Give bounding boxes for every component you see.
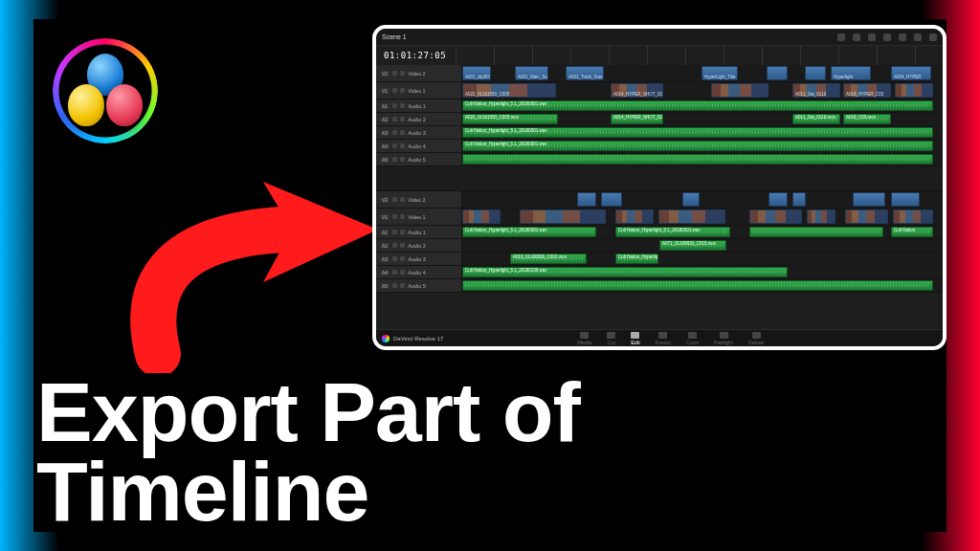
video-clip[interactable]: A011_Sat_0116 bbox=[792, 83, 840, 98]
video-clip[interactable]: HyperLight_Title bbox=[702, 66, 738, 80]
video-clip[interactable] bbox=[792, 192, 806, 207]
video-clip[interactable] bbox=[807, 209, 835, 224]
video-clip[interactable] bbox=[462, 209, 501, 224]
track-header[interactable]: A3Audio 3 bbox=[376, 126, 462, 139]
track-header[interactable]: V2Video 2 bbox=[376, 65, 462, 81]
track-lane[interactable]: A001_clip001A001_Main_SceneA001_Track_Sc… bbox=[462, 65, 943, 81]
track-header[interactable]: A5Audio 5 bbox=[376, 153, 462, 165]
video-clip[interactable] bbox=[891, 192, 920, 207]
timecode-bar: 01:01:27:05 bbox=[376, 46, 943, 65]
track-header[interactable]: A1Audio 1 bbox=[376, 99, 462, 112]
video-clip[interactable] bbox=[577, 192, 596, 207]
track-header[interactable]: A4Audio 4 bbox=[376, 140, 462, 152]
audio-clip[interactable] bbox=[462, 280, 933, 291]
page-tab[interactable]: Edit bbox=[631, 332, 639, 345]
track-header[interactable]: A2Audio 2 bbox=[376, 113, 462, 125]
track-lane[interactable]: Cult Nation_Hyperlight_5.1_20180301.wavC… bbox=[462, 226, 943, 238]
video-clip[interactable] bbox=[805, 66, 826, 80]
track-lane[interactable]: Cult Nation_Hyperlight_5.1_20180301.wav bbox=[462, 140, 943, 152]
audio-clip[interactable]: Cult Nation_Hyperlight_5.1_20180301.wav bbox=[462, 141, 933, 151]
audio-clip[interactable]: Cult Nation_Hyperlight_5.1_20180301.wav bbox=[615, 227, 730, 237]
video-clip[interactable]: A018_HYPER_C03 bbox=[843, 83, 891, 98]
track-header[interactable]: V1Video 1 bbox=[376, 209, 462, 225]
video-clip[interactable] bbox=[749, 209, 802, 224]
video-clip[interactable] bbox=[767, 66, 788, 80]
video-clip[interactable] bbox=[601, 192, 622, 207]
track-lane[interactable] bbox=[462, 153, 943, 165]
video-clip[interactable] bbox=[853, 192, 885, 207]
track-lane[interactable]: A022_01161550_C005A014_HYPER_SHOT_02A011… bbox=[462, 82, 943, 99]
tool-icon[interactable] bbox=[883, 33, 891, 41]
clip-label: A004_HYPER bbox=[894, 75, 922, 79]
timeline-gap bbox=[376, 166, 943, 191]
video-clip[interactable]: A001_Main_Scene bbox=[515, 66, 548, 80]
video-clip[interactable] bbox=[893, 209, 933, 224]
video-clip[interactable] bbox=[658, 209, 725, 224]
video-clip[interactable] bbox=[682, 192, 700, 207]
audio-clip[interactable]: Cult Nation_Hyperlight_5.1_20180139.wav bbox=[462, 267, 788, 277]
toolbar-icons bbox=[837, 33, 937, 41]
scene-label: Scene 1 bbox=[382, 33, 407, 40]
page-tab[interactable]: Color bbox=[686, 332, 699, 345]
video-clip[interactable] bbox=[615, 209, 654, 224]
video-clip[interactable]: A014_HYPER_SHOT_02 bbox=[611, 83, 663, 98]
clip-label: A014_HYPER_SHOT_02.mov bbox=[613, 115, 663, 120]
audio-clip[interactable] bbox=[749, 227, 883, 237]
tool-icon[interactable] bbox=[853, 33, 860, 41]
page-tab[interactable]: Fusion bbox=[656, 332, 672, 345]
video-clip[interactable]: A004_HYPER bbox=[891, 66, 931, 80]
audio-clip[interactable]: A013_01160826_C002.mov bbox=[510, 253, 587, 264]
track-header[interactable]: A4Audio 4 bbox=[376, 266, 462, 278]
track-lane[interactable] bbox=[462, 191, 943, 208]
track-lane[interactable] bbox=[462, 279, 943, 292]
audio-clip[interactable]: Cult Nation_Hyperlight.wav bbox=[615, 253, 658, 264]
track-row: V1Video 1A022_01161550_C005A014_HYPER_SH… bbox=[376, 82, 943, 99]
track-header[interactable]: A5Audio 5 bbox=[376, 279, 462, 292]
video-clip[interactable]: A001_Track_Scene bbox=[566, 66, 604, 80]
video-clip[interactable]: Hyperlight bbox=[831, 66, 871, 80]
page-tab[interactable]: Cut bbox=[607, 332, 615, 345]
audio-clip[interactable]: A011_Sat_0116.mov bbox=[792, 114, 840, 124]
audio-clip[interactable] bbox=[462, 154, 933, 165]
track-lane[interactable]: A022_01161550_C005.movA014_HYPER_SHOT_02… bbox=[462, 113, 943, 125]
audio-clip[interactable]: Cult Nation_Hyperlight_5.1_20180301.wav bbox=[462, 127, 933, 138]
video-clip[interactable]: A001_clip001 bbox=[462, 66, 491, 80]
audio-clip[interactable]: A014_HYPER_SHOT_02.mov bbox=[611, 114, 663, 124]
track-lane[interactable]: Cult Nation_Hyperlight_5.1_20180301.wav bbox=[462, 99, 943, 112]
audio-clip[interactable]: A071_01190816_C015.mov bbox=[659, 240, 726, 251]
audio-clip[interactable]: Cult Nation_Hyperlight_5.1_20180301.wav bbox=[462, 100, 933, 111]
track-lane[interactable]: Cult Nation_Hyperlight_5.1_20180301.wav bbox=[462, 126, 943, 139]
video-clip[interactable] bbox=[711, 83, 768, 98]
track-header[interactable]: A3Audio 3 bbox=[376, 253, 462, 265]
track-lane[interactable] bbox=[462, 209, 943, 225]
video-clip[interactable]: A022_01161550_C005 bbox=[462, 83, 556, 98]
clip-label: Cult Nation_Hyperlight_5.1_20180301.wav bbox=[465, 101, 547, 106]
page-tab[interactable]: Deliver bbox=[748, 332, 765, 345]
tool-icon[interactable] bbox=[837, 33, 845, 41]
video-clip[interactable] bbox=[845, 209, 888, 224]
clip-label: A001_Track_Scene bbox=[568, 75, 604, 79]
page-tab[interactable]: Fairlight bbox=[714, 332, 733, 345]
tool-icon[interactable] bbox=[929, 33, 937, 41]
audio-clip[interactable]: A018_C03.mov bbox=[843, 114, 891, 124]
track-header[interactable]: V1Video 1 bbox=[376, 82, 462, 99]
tool-icon[interactable] bbox=[899, 33, 906, 41]
page-tab[interactable]: Media bbox=[577, 332, 591, 345]
tool-icon[interactable] bbox=[914, 33, 922, 41]
track-header[interactable]: A2Audio 2 bbox=[376, 239, 462, 252]
track-lane[interactable]: A013_01160826_C002.movCult Nation_Hyperl… bbox=[462, 253, 943, 265]
clip-label: Cult Nation_Hyperlight.wav bbox=[618, 254, 658, 259]
video-clip[interactable] bbox=[895, 83, 933, 98]
timeline-ruler[interactable] bbox=[456, 46, 943, 65]
audio-clip[interactable]: Cult Nation bbox=[891, 227, 933, 237]
track-lane[interactable]: Cult Nation_Hyperlight_5.1_20180139.wav bbox=[462, 266, 943, 278]
tool-icon[interactable] bbox=[868, 33, 876, 41]
audio-clip[interactable]: Cult Nation_Hyperlight_5.1_20180301.wav bbox=[462, 227, 596, 237]
timecode-display: 01:01:27:05 bbox=[384, 51, 446, 60]
audio-clip[interactable]: A022_01161550_C005.mov bbox=[462, 114, 558, 124]
track-lane[interactable]: A071_01190816_C015.mov bbox=[462, 239, 943, 252]
video-clip[interactable] bbox=[768, 192, 788, 207]
track-header[interactable]: V2Video 2 bbox=[376, 191, 462, 208]
track-header[interactable]: A1Audio 1 bbox=[376, 226, 462, 238]
video-clip[interactable] bbox=[520, 209, 606, 224]
